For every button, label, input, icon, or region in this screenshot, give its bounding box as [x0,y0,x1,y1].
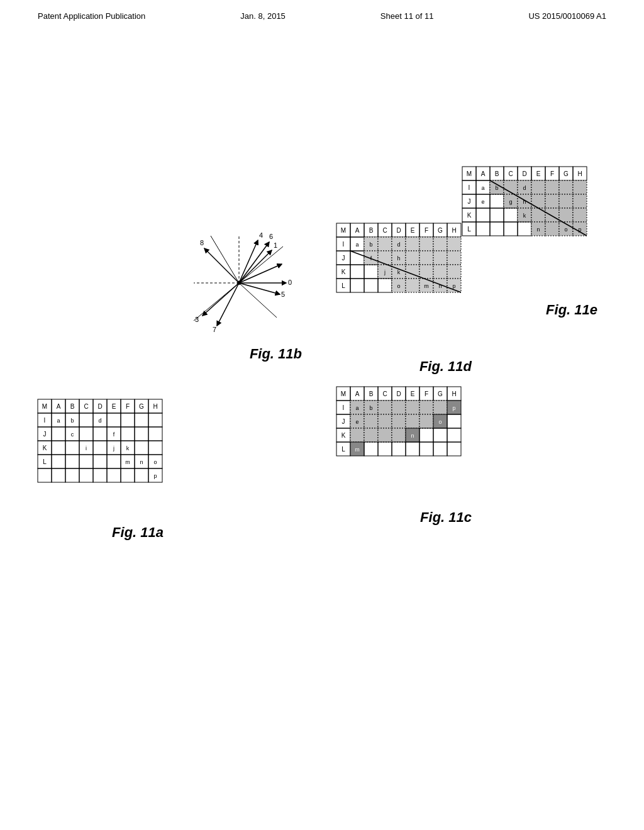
svg-text:a: a [355,241,358,248]
svg-text:b: b [495,185,498,191]
svg-text:b: b [369,405,372,411]
svg-rect-268 [121,427,135,441]
svg-rect-83 [378,442,392,456]
svg-text:J: J [342,418,345,425]
fig11c-container: M A B C D E F G H I [333,384,472,526]
svg-line-2 [239,250,272,283]
svg-rect-287 [65,455,79,468]
svg-text:E: E [536,170,541,177]
svg-text:p: p [452,283,455,289]
svg-rect-218 [504,222,518,236]
header-left: Patent Application Publication [38,11,145,21]
svg-text:m: m [424,283,429,289]
svg-rect-85 [406,442,419,456]
svg-text:F: F [425,390,428,397]
svg-text:1: 1 [274,241,277,249]
svg-rect-274 [65,441,79,455]
svg-text:J: J [468,198,471,205]
svg-text:F: F [126,403,130,410]
svg-text:8: 8 [200,239,204,246]
svg-rect-303 [121,468,135,482]
svg-rect-187 [545,180,559,194]
svg-line-19 [194,283,239,321]
svg-rect-48 [378,401,392,414]
svg-text:b: b [70,418,74,424]
svg-rect-300 [79,468,93,482]
svg-rect-222 [545,222,559,236]
page-header: Patent Application Publication Jan. 8, 2… [0,0,644,21]
fig11c-label: Fig. 11c [333,509,472,526]
svg-rect-188 [559,180,573,194]
fig11a-label-span: Fig. 11a [112,524,164,540]
svg-rect-142 [433,265,447,279]
svg-text:A: A [355,390,360,397]
svg-rect-116 [406,237,419,251]
svg-text:C: C [84,403,88,410]
svg-rect-76 [433,428,447,442]
svg-rect-66 [447,414,461,428]
svg-rect-82 [364,442,378,456]
svg-rect-205 [476,208,490,222]
svg-text:d: d [397,241,400,248]
svg-text:0: 0 [288,279,292,286]
fig11b-svg: 0 1 3 4 5 6 7 [176,220,302,346]
svg-rect-261 [52,427,65,441]
svg-rect-258 [148,413,162,427]
svg-rect-273 [52,441,65,455]
svg-text:A: A [57,403,61,410]
svg-rect-146 [350,279,364,292]
svg-line-22 [239,246,283,283]
svg-rect-256 [121,413,135,427]
svg-text:n: n [411,433,414,439]
svg-text:e: e [481,199,484,205]
svg-rect-151 [406,279,419,292]
svg-rect-212 [559,208,573,222]
svg-rect-75 [419,428,433,442]
svg-rect-252 [79,413,93,427]
svg-text:I: I [343,404,345,411]
svg-text:J: J [342,255,345,262]
svg-text:B: B [369,390,374,397]
svg-text:M: M [42,403,47,410]
svg-rect-219 [518,222,531,236]
svg-text:F: F [550,170,554,177]
svg-rect-86 [419,442,433,456]
svg-rect-264 [79,427,93,441]
svg-rect-84 [392,442,406,456]
fig11e-label: Fig. 11e [459,302,597,318]
svg-rect-128 [406,251,419,265]
svg-rect-72 [392,428,406,442]
svg-text:k: k [523,213,526,219]
svg-text:k: k [126,445,130,451]
svg-text:G: G [438,390,443,397]
svg-text:b: b [369,241,372,248]
svg-text:A: A [355,227,360,234]
svg-text:g: g [509,199,512,205]
svg-text:J: J [43,431,47,438]
svg-text:D: D [522,170,526,177]
svg-text:D: D [396,227,401,234]
svg-text:G: G [139,403,144,410]
svg-rect-135 [364,265,378,279]
svg-rect-51 [419,401,433,414]
svg-rect-148 [378,279,392,292]
svg-text:n: n [140,459,143,465]
svg-point-23 [237,281,241,285]
svg-text:K: K [43,445,47,451]
svg-text:M: M [341,227,346,234]
svg-text:I: I [343,241,345,248]
svg-text:H: H [452,227,456,234]
svg-text:K: K [341,268,346,275]
svg-rect-213 [573,208,587,222]
svg-rect-282 [135,441,148,455]
svg-rect-117 [419,237,433,251]
fig11c-svg: M A B C D E F G H I [333,384,472,509]
svg-rect-134 [350,265,364,279]
svg-rect-125 [378,251,392,265]
svg-text:E: E [112,403,116,410]
svg-rect-210 [531,208,545,222]
svg-text:D: D [97,403,102,410]
svg-rect-217 [490,222,504,236]
svg-rect-283 [148,441,162,455]
svg-text:n: n [536,226,540,233]
